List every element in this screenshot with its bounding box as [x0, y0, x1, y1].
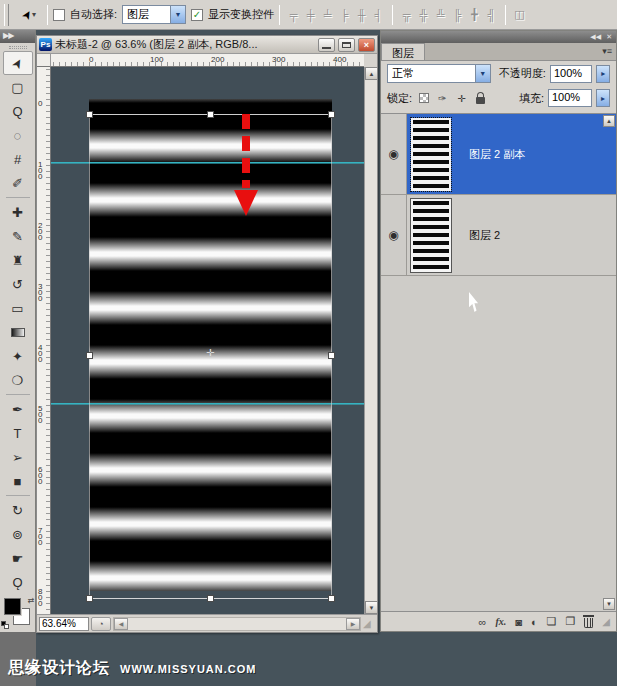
panel-close-icon[interactable]: ✕	[606, 33, 612, 41]
scroll-right-icon[interactable]: ▶	[346, 618, 360, 630]
opacity-slider-icon[interactable]: ▸	[596, 65, 610, 83]
link-layers-icon[interactable]: ∞	[479, 616, 487, 628]
zoom-tool[interactable]: Ǫ	[3, 570, 33, 594]
type-tool[interactable]: T	[3, 421, 33, 445]
3d-rotate-tool[interactable]: ↻	[3, 498, 33, 522]
lock-transparent-pixels-icon[interactable]	[416, 91, 431, 106]
distribute-right-edges-icon[interactable]: ╣	[483, 6, 500, 23]
foreground-color-swatch[interactable]	[4, 598, 21, 615]
eye-icon[interactable]: ◉	[388, 147, 398, 161]
tools-panel-collapse-button[interactable]: ▶▶	[0, 30, 35, 43]
tab-layers[interactable]: 图层	[381, 43, 425, 60]
status-info-icon[interactable]: ◔	[91, 617, 111, 631]
scroll-up-icon[interactable]: ▲	[603, 115, 615, 127]
pen-tool[interactable]: ✒	[3, 397, 33, 421]
dropdown-arrow-icon[interactable]: ▼	[475, 65, 490, 82]
transform-handle-middle-right[interactable]	[328, 352, 335, 359]
scroll-up-icon[interactable]: ▲	[365, 67, 378, 80]
move-tool[interactable]: ➤	[3, 51, 33, 75]
options-bar-grip[interactable]	[4, 4, 9, 26]
show-transform-checkbox[interactable]: ✓	[191, 9, 203, 21]
delete-layer-icon[interactable]	[584, 615, 593, 628]
canvas-area[interactable]: ✛	[51, 67, 364, 614]
align-vertical-centers-icon[interactable]: ╪	[302, 6, 319, 23]
brush-tool[interactable]: ✎	[3, 224, 33, 248]
fill-slider-icon[interactable]: ▸	[596, 89, 610, 107]
lasso-tool[interactable]: Q	[3, 99, 33, 123]
vertical-ruler[interactable]: 0100200300400500600700800	[37, 67, 51, 614]
align-left-edges-icon[interactable]: ╞	[336, 6, 353, 23]
eyedropper-tool[interactable]: ✐	[3, 171, 33, 195]
transform-handle-top-left[interactable]	[86, 111, 93, 118]
layer-style-icon[interactable]: fx.	[495, 616, 506, 627]
transform-handle-bottom-right[interactable]	[328, 595, 335, 602]
layer-mask-icon[interactable]: ◙	[515, 616, 522, 628]
guide-line[interactable]	[51, 403, 364, 404]
tools-panel-grip[interactable]	[0, 43, 35, 51]
scroll-down-icon[interactable]: ▼	[365, 601, 378, 614]
eye-icon[interactable]: ◉	[388, 228, 398, 242]
transform-handle-middle-left[interactable]	[86, 352, 93, 359]
lock-all-icon[interactable]	[473, 91, 488, 106]
transform-reference-point-icon[interactable]: ✛	[206, 347, 214, 358]
layer-row[interactable]: ◉图层 2	[381, 195, 616, 276]
layer-row[interactable]: ◉图层 2 副本	[381, 114, 616, 195]
horizontal-ruler[interactable]: 0100200300400	[51, 54, 364, 67]
panel-collapse-icon[interactable]: ◀◀	[590, 33, 601, 41]
quick-selection-tool[interactable]: ◌	[3, 123, 33, 147]
scroll-down-icon[interactable]: ▼	[603, 598, 615, 610]
default-colors-icon[interactable]	[1, 621, 10, 630]
align-horizontal-centers-icon[interactable]: ╫	[353, 6, 370, 23]
blur-tool[interactable]: ✦	[3, 344, 33, 368]
visibility-cell[interactable]: ◉	[381, 114, 407, 194]
auto-select-scope-dropdown[interactable]: 图层 ▼	[122, 5, 186, 24]
spot-healing-brush-tool[interactable]: ✚	[3, 200, 33, 224]
transform-handle-bottom-left[interactable]	[86, 595, 93, 602]
new-layer-icon[interactable]: ❐	[565, 615, 575, 628]
align-bottom-edges-icon[interactable]: ╧	[319, 6, 336, 23]
document-titlebar[interactable]: Ps 未标题-2 @ 63.6% (图层 2 副本, RGB/8... ×	[37, 36, 377, 54]
auto-select-checkbox[interactable]	[53, 9, 65, 21]
lock-position-icon[interactable]: ✛	[454, 91, 469, 106]
window-resize-grip[interactable]: ◢	[363, 617, 375, 631]
stripes-layer-image[interactable]	[89, 99, 332, 591]
vertical-scrollbar[interactable]: ▲ ▼	[364, 67, 377, 614]
lock-image-pixels-icon[interactable]: ✑	[435, 91, 450, 106]
crop-tool[interactable]: #	[3, 147, 33, 171]
swap-colors-icon[interactable]: ⇄	[28, 596, 35, 605]
auto-align-layers-icon[interactable]: ◫	[511, 6, 528, 23]
minimize-button[interactable]	[318, 38, 335, 52]
rectangular-marquee-tool[interactable]: ▢	[3, 75, 33, 99]
history-brush-tool[interactable]: ↺	[3, 272, 33, 296]
transform-handle-top-center[interactable]	[207, 111, 214, 118]
path-selection-tool[interactable]: ➢	[3, 445, 33, 469]
blend-mode-dropdown[interactable]: 正常 ▼	[387, 64, 491, 83]
layer-group-icon[interactable]: ❏	[547, 615, 557, 628]
scroll-left-icon[interactable]: ◀	[114, 618, 128, 630]
3d-orbit-tool[interactable]: ⊚	[3, 522, 33, 546]
distribute-horizontal-centers-icon[interactable]: ╋	[466, 6, 483, 23]
gradient-tool[interactable]	[3, 320, 33, 344]
rectangle-shape-tool[interactable]: ■	[3, 469, 33, 493]
opacity-field[interactable]: 100%	[550, 65, 593, 83]
align-right-edges-icon[interactable]: ╡	[370, 6, 387, 23]
distribute-bottom-edges-icon[interactable]: ╩	[432, 6, 449, 23]
panel-resize-grip[interactable]: ◢	[602, 616, 610, 627]
ruler-corner[interactable]	[37, 54, 51, 67]
eraser-tool[interactable]: ▭	[3, 296, 33, 320]
maximize-button[interactable]	[338, 38, 355, 52]
transform-handle-bottom-center[interactable]	[207, 595, 214, 602]
fill-field[interactable]: 100%	[548, 89, 592, 107]
align-top-edges-icon[interactable]: ╤	[285, 6, 302, 23]
current-tool-button[interactable]: ➤ ▾	[16, 4, 42, 26]
clone-stamp-tool[interactable]: ♜	[3, 248, 33, 272]
visibility-cell[interactable]: ◉	[381, 195, 407, 275]
transform-handle-top-right[interactable]	[328, 111, 335, 118]
distribute-top-edges-icon[interactable]: ╦	[398, 6, 415, 23]
layer-thumbnail[interactable]	[411, 118, 451, 191]
distribute-vertical-centers-icon[interactable]: ╬	[415, 6, 432, 23]
dropdown-arrow-icon[interactable]: ▼	[170, 6, 185, 23]
zoom-percentage-field[interactable]: 63.64%	[39, 617, 89, 631]
close-button[interactable]: ×	[358, 38, 375, 52]
guide-line[interactable]	[51, 162, 364, 163]
